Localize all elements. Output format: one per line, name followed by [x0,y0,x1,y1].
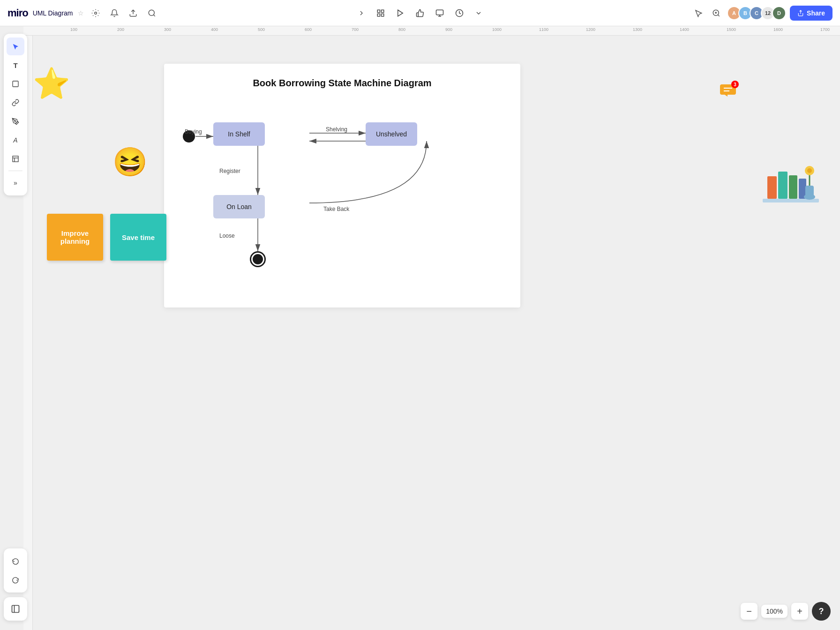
navbar-left: miro UML Diagram ☆ [8,6,347,20]
ruler-horizontal: 100 200 300 400 500 600 700 800 900 1000… [23,26,840,36]
ruler-tick: 1000 [492,27,502,32]
svg-rect-2 [377,10,380,12]
panel-toggle-button[interactable] [4,597,27,621]
svg-rect-38 [13,156,18,162]
ruler-tick: 1300 [633,27,642,32]
board-area[interactable]: Book Borrowing State Machine Diagram [33,36,840,630]
svg-rect-32 [805,186,814,197]
notifications-button[interactable] [107,6,121,20]
zoom-icon [712,9,720,17]
sticky-note-orange[interactable]: Improve planning [47,214,103,261]
text-tool-button[interactable]: T [7,56,24,74]
select-tool-button[interactable] [7,38,24,55]
pen-tool-button[interactable] [7,112,24,130]
ruler-tick: 900 [445,27,452,32]
panel-icon [11,604,20,614]
label-register: Register [219,168,240,174]
ruler-tick: 1200 [586,27,595,32]
ruler-tick: 1400 [680,27,689,32]
diagram-frame: Book Borrowing State Machine Diagram [164,64,520,308]
svg-marker-23 [725,95,728,97]
state-on-loan[interactable]: On Loan [213,195,265,218]
zoom-out-button[interactable]: − [741,603,758,620]
chevron-right-icon [358,9,365,17]
undo-redo-toolbar [4,548,27,592]
settings-button[interactable] [89,6,103,20]
pen-icon [12,118,19,125]
svg-rect-7 [436,10,443,15]
avatar-4: D [772,6,786,20]
ruler-tick: 700 [352,27,359,32]
share-button[interactable]: Share [790,6,832,21]
chevron-down-icon [475,9,482,17]
vote-button[interactable] [411,5,429,21]
cursor-select-button[interactable] [691,6,705,20]
upload-button[interactable] [126,6,140,20]
sticky-note-icon [12,80,19,88]
back-arrow-button[interactable] [353,6,370,21]
diagram-arrows [164,64,520,308]
toolbar-divider [8,171,22,171]
ruler-tick: 400 [211,27,218,32]
grid-icon [376,9,385,17]
upload-icon [129,9,137,17]
avatar-group: A B C 12 D [727,6,786,20]
svg-rect-3 [382,10,384,12]
favorite-button[interactable]: ☆ [78,9,84,17]
grid-view-button[interactable] [372,5,390,21]
label-shelving: Shelving [326,126,347,133]
state-unshelved[interactable]: Unshelved [366,122,417,146]
svg-rect-5 [382,14,384,16]
more-center-button[interactable] [470,6,487,21]
cursor-select-icon [12,43,19,50]
ruler-tick: 200 [117,27,124,32]
navbar-right: A B C 12 D Share [493,6,832,21]
ruler-tick: 1100 [539,27,548,32]
left-toolbar: T A » [4,34,27,195]
sticky-note-tool-button[interactable] [7,75,24,93]
label-buying: Buying [185,128,202,135]
ruler-tick: 500 [258,27,265,32]
ruler-tick: 300 [164,27,171,32]
zoom-in-button[interactable] [709,6,723,20]
svg-rect-28 [778,172,788,199]
redo-button[interactable] [7,571,24,589]
gear-icon [91,9,100,17]
navbar: miro UML Diagram ☆ [0,0,840,26]
canvas[interactable]: 100 200 300 400 500 600 700 800 900 1000… [0,26,840,630]
notification-icon-container: 3 [720,82,737,97]
ruler-tick: 600 [305,27,312,32]
clock-icon [455,9,464,17]
search-button[interactable] [145,6,159,20]
state-in-shelf[interactable]: In Shelf [213,122,265,146]
svg-rect-41 [12,606,19,613]
ruler-tick: 1500 [727,27,736,32]
cursor-icon [694,9,703,17]
screen-button[interactable] [431,5,449,21]
books-illustration [760,162,826,209]
share-icon [797,10,804,16]
undo-button[interactable] [7,552,24,570]
present-button[interactable] [391,5,409,21]
connect-tool-button[interactable] [7,94,24,112]
ruler-tick: 1700 [820,27,830,32]
notification-count-badge: 3 [731,81,739,88]
svg-rect-27 [767,176,777,199]
miro-logo: miro [8,7,28,19]
star-sticker: ⭐ [33,68,70,98]
zoom-in-button[interactable]: + [791,603,808,620]
more-tools-button[interactable]: » [7,174,24,192]
final-state-inner [253,254,263,264]
diagram-title-nav: UML Diagram [33,9,73,17]
text-label-tool-button[interactable]: A [7,131,24,149]
svg-point-0 [94,12,97,14]
help-button[interactable]: ? [812,602,831,621]
final-state [250,251,266,267]
timer-button[interactable] [450,5,468,21]
ruler-tick: 100 [70,27,77,32]
laugh-sticker: 😆 [112,148,148,176]
sticky-note-teal[interactable]: Save time [110,214,166,261]
more-tools-icon: » [14,179,17,187]
svg-rect-29 [789,175,797,199]
frame-tool-button[interactable] [7,150,24,168]
